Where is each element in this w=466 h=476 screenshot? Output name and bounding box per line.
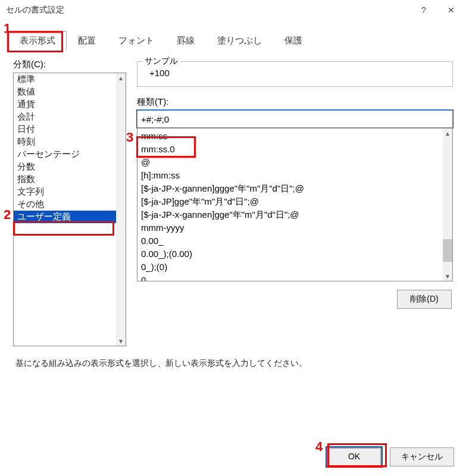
type-list-item[interactable]: [h]:mm:ss: [141, 169, 438, 182]
help-button[interactable]: ?: [410, 1, 437, 19]
tab-strip: 表示形式配置フォント罫線塗りつぶし保護: [8, 31, 466, 51]
sample-legend: サンプル: [142, 56, 180, 67]
scroll-down-icon[interactable]: ▼: [443, 271, 452, 281]
cancel-button[interactable]: キャンセル: [390, 447, 454, 466]
type-listbox[interactable]: mm:ssmm:ss.0@[h]:mm:ss[$-ja-JP-x-gannen]…: [137, 128, 453, 281]
tab-保護[interactable]: 保護: [273, 31, 314, 51]
tab-罫線[interactable]: 罫線: [165, 31, 206, 51]
category-item[interactable]: 時刻: [14, 136, 116, 148]
sample-value: +100: [146, 68, 444, 78]
type-list-item[interactable]: mmm-yyyy: [141, 221, 438, 234]
type-list-item[interactable]: mm:ss: [141, 130, 438, 143]
close-button[interactable]: ✕: [437, 1, 465, 19]
scroll-thumb[interactable]: [443, 239, 452, 262]
type-list-item[interactable]: [$-ja-JP]gge"年"m"月"d"日";@: [141, 195, 438, 208]
type-list-item[interactable]: 0.00_: [141, 234, 438, 248]
type-list-item[interactable]: [$-ja-JP-x-gannen]gge"年"m"月"d"日";@: [141, 208, 438, 221]
category-listbox[interactable]: 標準数値通貨会計日付時刻パーセンテージ分数指数文字列その他ユーザー定義 ▲ ▼: [13, 73, 126, 346]
tab-表示形式[interactable]: 表示形式: [8, 31, 67, 51]
titlebar: セルの書式設定 ? ✕: [0, 0, 466, 20]
tab-配置[interactable]: 配置: [67, 31, 107, 51]
category-item[interactable]: 数値: [14, 86, 116, 98]
scroll-down-icon[interactable]: ▼: [116, 336, 126, 346]
category-item[interactable]: 会計: [14, 111, 116, 123]
type-list-item[interactable]: [$-ja-JP-x-gannen]ggge"年"m"月"d"日";@: [141, 182, 438, 195]
scroll-up-icon[interactable]: ▲: [116, 73, 126, 83]
dialog-title: セルの書式設定: [6, 5, 64, 15]
category-item[interactable]: パーセンテージ: [14, 148, 116, 161]
delete-button[interactable]: 削除(D): [397, 290, 452, 309]
sample-box: サンプル +100: [137, 61, 453, 87]
category-label: 分類(C):: [13, 59, 126, 70]
category-item[interactable]: 指数: [14, 173, 116, 186]
category-item[interactable]: 通貨: [14, 98, 116, 111]
category-scrollbar[interactable]: ▲ ▼: [116, 73, 126, 346]
ok-button[interactable]: OK: [327, 447, 381, 466]
type-list-item[interactable]: @: [141, 156, 438, 169]
type-label: 種類(T):: [137, 96, 453, 108]
dialog-footer: OK キャンセル: [327, 447, 454, 466]
category-item[interactable]: 文字列: [14, 186, 116, 198]
type-list-item[interactable]: 0_: [141, 274, 438, 281]
annotation-4: 4: [315, 439, 323, 455]
scroll-up-icon[interactable]: ▲: [443, 129, 452, 138]
instruction-text: 基になる組み込みの表示形式を選択し、新しい表示形式を入力してください。: [15, 358, 452, 369]
type-list-item[interactable]: mm:ss.0: [141, 143, 438, 156]
category-item[interactable]: ユーザー定義: [14, 211, 116, 223]
category-item[interactable]: その他: [14, 198, 116, 211]
category-item[interactable]: 日付: [14, 123, 116, 136]
type-list-item[interactable]: 0_);(0): [141, 261, 438, 274]
tab-塗りつぶし[interactable]: 塗りつぶし: [206, 31, 273, 51]
tab-フォント[interactable]: フォント: [107, 31, 165, 51]
category-item[interactable]: 分数: [14, 161, 116, 173]
type-input[interactable]: [137, 110, 453, 128]
type-list-item[interactable]: 0.00_);(0.00): [141, 248, 438, 261]
type-scrollbar[interactable]: ▲ ▼: [443, 129, 452, 281]
category-item[interactable]: 標準: [14, 73, 116, 86]
